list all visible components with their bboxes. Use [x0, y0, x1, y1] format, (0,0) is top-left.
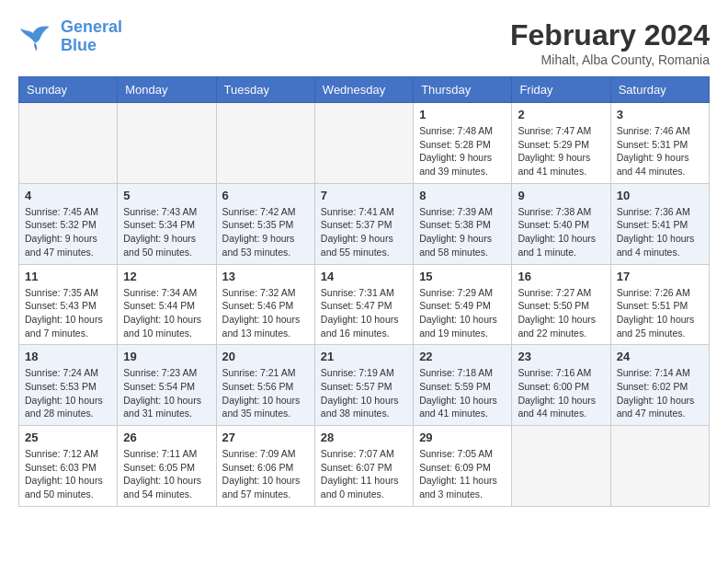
day-number: 6	[222, 189, 309, 202]
weekday-header-thursday: Thursday	[414, 77, 512, 103]
day-info: Sunrise: 7:18 AM Sunset: 5:59 PM Dayligh…	[419, 366, 506, 420]
day-number: 7	[321, 189, 407, 202]
day-number: 21	[321, 350, 407, 363]
day-info: Sunrise: 7:35 AM Sunset: 5:43 PM Dayligh…	[25, 286, 111, 340]
day-info: Sunrise: 7:46 AM Sunset: 5:31 PM Dayligh…	[617, 124, 703, 178]
calendar-cell: 11Sunrise: 7:35 AM Sunset: 5:43 PM Dayli…	[19, 264, 118, 345]
weekday-header-friday: Friday	[512, 77, 610, 103]
day-info: Sunrise: 7:31 AM Sunset: 5:47 PM Dayligh…	[321, 286, 407, 340]
day-number: 15	[419, 270, 506, 283]
calendar-cell: 24Sunrise: 7:14 AM Sunset: 6:02 PM Dayli…	[610, 345, 709, 426]
calendar-week-1: 1Sunrise: 7:48 AM Sunset: 5:28 PM Daylig…	[19, 103, 710, 184]
day-info: Sunrise: 7:23 AM Sunset: 5:54 PM Dayligh…	[123, 366, 210, 420]
calendar-cell: 9Sunrise: 7:38 AM Sunset: 5:40 PM Daylig…	[512, 183, 610, 264]
day-number: 11	[25, 270, 111, 283]
day-number: 23	[518, 350, 604, 363]
day-info: Sunrise: 7:21 AM Sunset: 5:56 PM Dayligh…	[222, 366, 309, 420]
calendar-cell: 13Sunrise: 7:32 AM Sunset: 5:46 PM Dayli…	[216, 264, 314, 345]
day-info: Sunrise: 7:07 AM Sunset: 6:07 PM Dayligh…	[321, 447, 407, 501]
day-info: Sunrise: 7:42 AM Sunset: 5:35 PM Dayligh…	[222, 205, 309, 259]
weekday-header-row: SundayMondayTuesdayWednesdayThursdayFrid…	[19, 77, 710, 103]
day-number: 27	[222, 431, 309, 444]
day-info: Sunrise: 7:48 AM Sunset: 5:28 PM Dayligh…	[419, 124, 506, 178]
calendar-cell	[314, 103, 413, 184]
day-info: Sunrise: 7:39 AM Sunset: 5:38 PM Dayligh…	[419, 205, 506, 259]
day-number: 22	[419, 350, 506, 363]
day-number: 18	[25, 350, 111, 363]
calendar-week-4: 18Sunrise: 7:24 AM Sunset: 5:53 PM Dayli…	[19, 345, 710, 426]
day-info: Sunrise: 7:27 AM Sunset: 5:50 PM Dayligh…	[518, 286, 604, 340]
weekday-header-monday: Monday	[118, 77, 216, 103]
day-info: Sunrise: 7:32 AM Sunset: 5:46 PM Dayligh…	[222, 286, 309, 340]
day-number: 17	[617, 270, 703, 283]
day-info: Sunrise: 7:41 AM Sunset: 5:37 PM Dayligh…	[321, 205, 407, 259]
day-number: 19	[123, 350, 210, 363]
calendar-cell: 2Sunrise: 7:47 AM Sunset: 5:29 PM Daylig…	[512, 103, 610, 184]
calendar-cell: 7Sunrise: 7:41 AM Sunset: 5:37 PM Daylig…	[314, 183, 413, 264]
calendar-cell: 8Sunrise: 7:39 AM Sunset: 5:38 PM Daylig…	[414, 183, 512, 264]
calendar-cell: 6Sunrise: 7:42 AM Sunset: 5:35 PM Daylig…	[216, 183, 314, 264]
weekday-header-saturday: Saturday	[610, 77, 709, 103]
calendar-cell: 19Sunrise: 7:23 AM Sunset: 5:54 PM Dayli…	[118, 345, 216, 426]
day-info: Sunrise: 7:12 AM Sunset: 6:03 PM Dayligh…	[25, 447, 111, 501]
calendar-cell: 4Sunrise: 7:45 AM Sunset: 5:32 PM Daylig…	[19, 183, 118, 264]
day-number: 20	[222, 350, 309, 363]
calendar-cell: 18Sunrise: 7:24 AM Sunset: 5:53 PM Dayli…	[19, 345, 118, 426]
day-number: 13	[222, 270, 309, 283]
calendar-cell: 3Sunrise: 7:46 AM Sunset: 5:31 PM Daylig…	[610, 103, 709, 184]
logo-text: General Blue	[61, 18, 122, 55]
calendar-cell: 17Sunrise: 7:26 AM Sunset: 5:51 PM Dayli…	[610, 264, 709, 345]
day-info: Sunrise: 7:24 AM Sunset: 5:53 PM Dayligh…	[25, 366, 111, 420]
calendar-cell	[610, 426, 709, 507]
day-number: 12	[123, 270, 210, 283]
calendar-week-5: 25Sunrise: 7:12 AM Sunset: 6:03 PM Dayli…	[19, 426, 710, 507]
calendar-cell: 29Sunrise: 7:05 AM Sunset: 6:09 PM Dayli…	[414, 426, 512, 507]
day-info: Sunrise: 7:16 AM Sunset: 6:00 PM Dayligh…	[518, 366, 604, 420]
calendar-cell: 15Sunrise: 7:29 AM Sunset: 5:49 PM Dayli…	[414, 264, 512, 345]
day-info: Sunrise: 7:43 AM Sunset: 5:34 PM Dayligh…	[123, 205, 210, 259]
day-info: Sunrise: 7:34 AM Sunset: 5:44 PM Dayligh…	[123, 286, 210, 340]
page-header: General Blue February 2024 Mihalt, Alba …	[18, 18, 710, 67]
calendar-cell: 10Sunrise: 7:36 AM Sunset: 5:41 PM Dayli…	[610, 183, 709, 264]
day-info: Sunrise: 7:19 AM Sunset: 5:57 PM Dayligh…	[321, 366, 407, 420]
day-info: Sunrise: 7:38 AM Sunset: 5:40 PM Dayligh…	[518, 205, 604, 259]
calendar-cell	[512, 426, 610, 507]
calendar-cell	[118, 103, 216, 184]
month-year-title: February 2024	[510, 18, 710, 52]
calendar-table: SundayMondayTuesdayWednesdayThursdayFrid…	[18, 76, 710, 507]
calendar-cell: 26Sunrise: 7:11 AM Sunset: 6:05 PM Dayli…	[118, 426, 216, 507]
weekday-header-sunday: Sunday	[19, 77, 118, 103]
day-info: Sunrise: 7:11 AM Sunset: 6:05 PM Dayligh…	[123, 447, 210, 501]
logo-bird-icon	[18, 20, 55, 52]
day-number: 29	[419, 431, 506, 444]
day-info: Sunrise: 7:26 AM Sunset: 5:51 PM Dayligh…	[617, 286, 703, 340]
day-number: 8	[419, 189, 506, 202]
day-number: 9	[518, 189, 604, 202]
title-block: February 2024 Mihalt, Alba County, Roman…	[510, 18, 710, 67]
calendar-cell: 20Sunrise: 7:21 AM Sunset: 5:56 PM Dayli…	[216, 345, 314, 426]
location-subtitle: Mihalt, Alba County, Romania	[510, 52, 710, 67]
day-number: 26	[123, 431, 210, 444]
calendar-cell: 1Sunrise: 7:48 AM Sunset: 5:28 PM Daylig…	[414, 103, 512, 184]
day-info: Sunrise: 7:09 AM Sunset: 6:06 PM Dayligh…	[222, 447, 309, 501]
calendar-cell: 16Sunrise: 7:27 AM Sunset: 5:50 PM Dayli…	[512, 264, 610, 345]
calendar-cell: 5Sunrise: 7:43 AM Sunset: 5:34 PM Daylig…	[118, 183, 216, 264]
logo: General Blue	[18, 18, 122, 55]
calendar-body: 1Sunrise: 7:48 AM Sunset: 5:28 PM Daylig…	[19, 103, 710, 507]
day-number: 14	[321, 270, 407, 283]
calendar-week-3: 11Sunrise: 7:35 AM Sunset: 5:43 PM Dayli…	[19, 264, 710, 345]
calendar-cell: 28Sunrise: 7:07 AM Sunset: 6:07 PM Dayli…	[314, 426, 413, 507]
day-number: 4	[25, 189, 111, 202]
calendar-cell	[216, 103, 314, 184]
calendar-cell: 21Sunrise: 7:19 AM Sunset: 5:57 PM Dayli…	[314, 345, 413, 426]
day-number: 24	[617, 350, 703, 363]
day-number: 1	[419, 108, 506, 121]
calendar-cell: 12Sunrise: 7:34 AM Sunset: 5:44 PM Dayli…	[118, 264, 216, 345]
day-number: 25	[25, 431, 111, 444]
weekday-header-wednesday: Wednesday	[314, 77, 413, 103]
day-number: 28	[321, 431, 407, 444]
calendar-cell: 14Sunrise: 7:31 AM Sunset: 5:47 PM Dayli…	[314, 264, 413, 345]
calendar-cell	[19, 103, 118, 184]
day-info: Sunrise: 7:47 AM Sunset: 5:29 PM Dayligh…	[518, 124, 604, 178]
day-info: Sunrise: 7:29 AM Sunset: 5:49 PM Dayligh…	[419, 286, 506, 340]
